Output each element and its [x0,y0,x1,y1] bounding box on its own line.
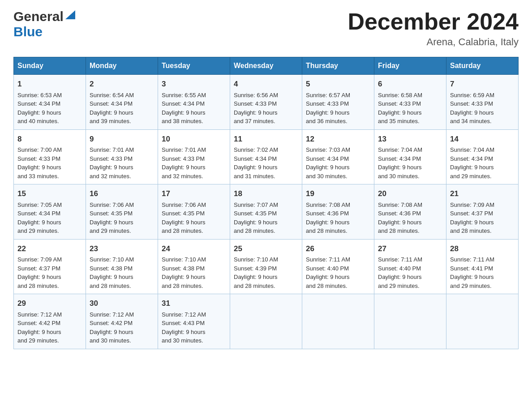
day-number: 27 [378,243,442,255]
day-cell: 10Sunrise: 7:01 AM Sunset: 4:33 PM Dayli… [158,129,230,184]
day-number: 12 [306,133,370,145]
day-info: Sunrise: 7:11 AM Sunset: 4:40 PM Dayligh… [306,255,370,290]
header-cell-tuesday: Tuesday [158,57,230,75]
day-number: 28 [450,243,515,255]
day-cell: 25Sunrise: 7:10 AM Sunset: 4:39 PM Dayli… [230,239,302,294]
day-cell: 15Sunrise: 7:05 AM Sunset: 4:34 PM Dayli… [14,184,86,240]
day-info: Sunrise: 7:07 AM Sunset: 4:35 PM Dayligh… [234,201,298,235]
day-info: Sunrise: 7:12 AM Sunset: 4:43 PM Dayligh… [162,310,226,345]
day-info: Sunrise: 7:01 AM Sunset: 4:33 PM Dayligh… [90,146,154,180]
day-cell: 5Sunrise: 6:57 AM Sunset: 4:33 PM Daylig… [302,75,374,130]
day-cell: 29Sunrise: 7:12 AM Sunset: 4:42 PM Dayli… [14,294,86,349]
day-info: Sunrise: 7:01 AM Sunset: 4:33 PM Dayligh… [162,146,226,180]
day-cell: 31Sunrise: 7:12 AM Sunset: 4:43 PM Dayli… [158,294,230,349]
day-info: Sunrise: 6:57 AM Sunset: 4:33 PM Dayligh… [306,91,370,126]
location-text: Arena, Calabria, Italy [348,36,519,48]
day-info: Sunrise: 7:05 AM Sunset: 4:34 PM Dayligh… [17,201,82,235]
day-number: 18 [234,188,298,200]
day-cell: 6Sunrise: 6:58 AM Sunset: 4:33 PM Daylig… [374,75,446,130]
day-cell: 8Sunrise: 7:00 AM Sunset: 4:33 PM Daylig… [14,129,86,184]
day-cell [446,294,519,349]
day-cell [230,294,302,349]
day-number: 15 [17,188,82,200]
day-number: 20 [378,188,442,200]
title-section: December 2024 Arena, Calabria, Italy [348,9,519,48]
day-cell: 16Sunrise: 7:06 AM Sunset: 4:35 PM Dayli… [86,184,158,240]
day-number: 13 [378,133,442,145]
day-cell: 24Sunrise: 7:10 AM Sunset: 4:38 PM Dayli… [158,239,230,294]
day-cell: 12Sunrise: 7:03 AM Sunset: 4:34 PM Dayli… [302,129,374,184]
day-cell: 1Sunrise: 6:53 AM Sunset: 4:34 PM Daylig… [14,75,86,130]
day-info: Sunrise: 6:59 AM Sunset: 4:33 PM Dayligh… [450,91,515,126]
day-number: 1 [17,78,82,90]
day-info: Sunrise: 7:09 AM Sunset: 4:37 PM Dayligh… [17,255,82,290]
calendar-table: SundayMondayTuesdayWednesdayThursdayFrid… [13,57,519,349]
logo-general-text: General [13,9,64,24]
week-row-4: 22Sunrise: 7:09 AM Sunset: 4:37 PM Dayli… [14,239,519,294]
day-info: Sunrise: 6:56 AM Sunset: 4:33 PM Dayligh… [234,91,298,126]
day-cell: 14Sunrise: 7:04 AM Sunset: 4:34 PM Dayli… [446,129,519,184]
week-row-3: 15Sunrise: 7:05 AM Sunset: 4:34 PM Dayli… [14,184,519,240]
day-number: 24 [162,243,226,255]
day-info: Sunrise: 7:08 AM Sunset: 4:36 PM Dayligh… [306,201,370,235]
day-cell: 2Sunrise: 6:54 AM Sunset: 4:34 PM Daylig… [86,75,158,130]
day-number: 8 [17,133,82,145]
day-info: Sunrise: 6:53 AM Sunset: 4:34 PM Dayligh… [17,91,82,126]
day-cell: 26Sunrise: 7:11 AM Sunset: 4:40 PM Dayli… [302,239,374,294]
day-number: 11 [234,133,298,145]
day-number: 29 [17,298,82,309]
day-cell: 21Sunrise: 7:09 AM Sunset: 4:37 PM Dayli… [446,184,519,240]
day-info: Sunrise: 7:11 AM Sunset: 4:40 PM Dayligh… [378,255,442,290]
day-number: 3 [162,78,226,90]
day-info: Sunrise: 7:02 AM Sunset: 4:34 PM Dayligh… [234,146,298,180]
day-info: Sunrise: 7:10 AM Sunset: 4:39 PM Dayligh… [234,255,298,290]
day-cell: 4Sunrise: 6:56 AM Sunset: 4:33 PM Daylig… [230,75,302,130]
day-number: 30 [90,298,154,309]
day-info: Sunrise: 7:06 AM Sunset: 4:35 PM Dayligh… [162,201,226,235]
day-info: Sunrise: 7:10 AM Sunset: 4:38 PM Dayligh… [162,255,226,290]
day-info: Sunrise: 7:04 AM Sunset: 4:34 PM Dayligh… [378,146,442,180]
day-number: 26 [306,243,370,255]
day-info: Sunrise: 6:54 AM Sunset: 4:34 PM Dayligh… [90,91,154,126]
header-cell-monday: Monday [86,57,158,75]
day-cell: 28Sunrise: 7:11 AM Sunset: 4:41 PM Dayli… [446,239,519,294]
header-cell-sunday: Sunday [14,57,86,75]
day-info: Sunrise: 7:03 AM Sunset: 4:34 PM Dayligh… [306,146,370,180]
day-number: 4 [234,78,298,90]
day-number: 22 [17,243,82,255]
day-number: 7 [450,78,515,90]
day-cell: 9Sunrise: 7:01 AM Sunset: 4:33 PM Daylig… [86,129,158,184]
day-number: 6 [378,78,442,90]
day-cell: 3Sunrise: 6:55 AM Sunset: 4:34 PM Daylig… [158,75,230,130]
header-cell-friday: Friday [374,57,446,75]
week-row-2: 8Sunrise: 7:00 AM Sunset: 4:33 PM Daylig… [14,129,519,184]
day-number: 9 [90,133,154,145]
day-cell: 13Sunrise: 7:04 AM Sunset: 4:34 PM Dayli… [374,129,446,184]
day-number: 31 [162,298,226,309]
day-number: 19 [306,188,370,200]
day-cell: 18Sunrise: 7:07 AM Sunset: 4:35 PM Dayli… [230,184,302,240]
month-title: December 2024 [348,9,519,34]
week-row-1: 1Sunrise: 6:53 AM Sunset: 4:34 PM Daylig… [14,75,519,130]
day-info: Sunrise: 6:55 AM Sunset: 4:34 PM Dayligh… [162,91,226,126]
day-cell: 22Sunrise: 7:09 AM Sunset: 4:37 PM Dayli… [14,239,86,294]
page-header: General Blue December 2024 Arena, Calabr… [13,9,519,48]
day-info: Sunrise: 7:10 AM Sunset: 4:38 PM Dayligh… [90,255,154,290]
day-info: Sunrise: 7:11 AM Sunset: 4:41 PM Dayligh… [450,255,515,290]
day-number: 14 [450,133,515,145]
day-cell: 17Sunrise: 7:06 AM Sunset: 4:35 PM Dayli… [158,184,230,240]
day-cell [302,294,374,349]
day-cell: 30Sunrise: 7:12 AM Sunset: 4:42 PM Dayli… [86,294,158,349]
day-cell: 23Sunrise: 7:10 AM Sunset: 4:38 PM Dayli… [86,239,158,294]
day-cell: 27Sunrise: 7:11 AM Sunset: 4:40 PM Dayli… [374,239,446,294]
day-number: 10 [162,133,226,145]
day-info: Sunrise: 7:06 AM Sunset: 4:35 PM Dayligh… [90,201,154,235]
week-row-5: 29Sunrise: 7:12 AM Sunset: 4:42 PM Dayli… [14,294,519,349]
header-cell-saturday: Saturday [446,57,519,75]
day-info: Sunrise: 7:12 AM Sunset: 4:42 PM Dayligh… [90,310,154,345]
day-info: Sunrise: 7:04 AM Sunset: 4:34 PM Dayligh… [450,146,515,180]
day-info: Sunrise: 7:08 AM Sunset: 4:36 PM Dayligh… [378,201,442,235]
day-cell: 20Sunrise: 7:08 AM Sunset: 4:36 PM Dayli… [374,184,446,240]
header-cell-thursday: Thursday [302,57,374,75]
day-number: 25 [234,243,298,255]
